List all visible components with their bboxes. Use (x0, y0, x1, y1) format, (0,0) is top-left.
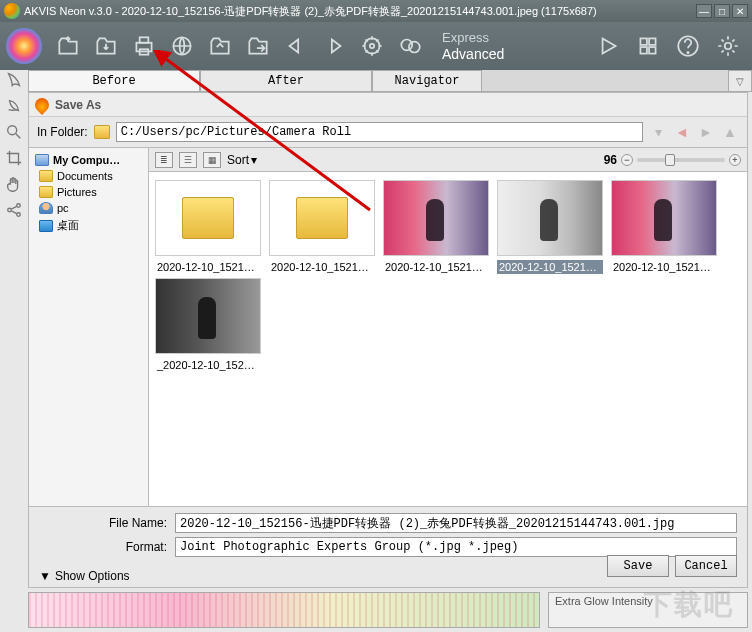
sidebar-item-user[interactable]: pc (31, 200, 146, 216)
file-item[interactable]: 2020-12-10_15215… (497, 180, 603, 274)
window-controls: — □ ✕ (696, 4, 748, 18)
mode-switch[interactable]: Express Advanced (442, 30, 504, 62)
app-swirl-icon (6, 28, 42, 64)
zoom-slider[interactable] (637, 158, 725, 162)
chevron-down-icon: ▾ (251, 153, 257, 167)
prop-extra-glow-label: Extra Glow Intensity (555, 595, 653, 607)
tab-navigator[interactable]: Navigator (372, 70, 482, 91)
play-button[interactable] (590, 28, 626, 64)
maximize-button[interactable]: □ (714, 4, 730, 18)
svg-rect-10 (640, 47, 647, 54)
sidebar-item-pictures[interactable]: Pictures (31, 184, 146, 200)
svg-point-7 (409, 42, 420, 53)
footer: Extra Glow Intensity (28, 592, 748, 628)
view-detail-button[interactable]: ☰ (179, 152, 197, 168)
folder-icon (39, 170, 53, 182)
import-button[interactable] (202, 28, 238, 64)
image-preview (28, 592, 540, 628)
view-icons-button[interactable]: ▦ (203, 152, 221, 168)
open-button[interactable] (50, 28, 86, 64)
app-logo-icon (4, 3, 20, 19)
user-icon (39, 202, 53, 214)
file-item[interactable]: _2020-12-10_1521… (155, 278, 261, 372)
cancel-dialog-button[interactable]: Cancel (675, 555, 737, 577)
zoom-thumb[interactable] (665, 154, 675, 166)
file-name-input[interactable] (175, 513, 737, 533)
run-button[interactable] (354, 28, 390, 64)
publish-button[interactable] (164, 28, 200, 64)
file-thumb (611, 180, 717, 256)
undo-button[interactable] (278, 28, 314, 64)
sidebar-item-desktop[interactable]: 桌面 (31, 216, 146, 235)
pointer-tool-icon[interactable] (4, 70, 24, 90)
file-thumb (155, 180, 261, 256)
svg-point-18 (17, 213, 21, 217)
svg-point-14 (725, 43, 732, 50)
minimize-button[interactable]: — (696, 4, 712, 18)
svg-rect-8 (640, 38, 647, 45)
redo-button[interactable] (316, 28, 352, 64)
help-button[interactable] (670, 28, 706, 64)
file-item[interactable]: 2020-12-10_15215… (611, 180, 717, 274)
save-button[interactable] (88, 28, 124, 64)
crop-tool-icon[interactable] (4, 148, 24, 168)
sort-button[interactable]: Sort▾ (227, 153, 257, 167)
folder-row: In Folder: ▾ ◄ ► ▲ (29, 117, 747, 147)
file-item[interactable]: 2020-12-10_15215… (155, 180, 261, 274)
svg-rect-1 (140, 37, 149, 42)
svg-point-6 (401, 40, 412, 51)
window-title: AKVIS Neon v.3.0 - 2020-12-10_152156-迅捷P… (24, 4, 597, 19)
folder-dropdown-button[interactable]: ▾ (649, 123, 667, 141)
sidebar-item-computer[interactable]: My Compu… (31, 152, 146, 168)
main-toolbar: Express Advanced (0, 22, 752, 70)
places-sidebar: My Compu… Documents Pictures pc 桌面 (29, 148, 149, 506)
chevron-down-icon: ▼ (39, 569, 51, 583)
flame-icon (32, 95, 52, 115)
close-button[interactable]: ✕ (732, 4, 748, 18)
batch-button[interactable] (392, 28, 428, 64)
view-list-button[interactable]: ≣ (155, 152, 173, 168)
svg-point-16 (8, 208, 12, 212)
folder-icon (39, 220, 53, 232)
file-caption: 2020-12-10_15215… (155, 260, 261, 274)
file-item[interactable]: 2020-12-10_15215… (269, 180, 375, 274)
zoom-tool-icon[interactable] (4, 122, 24, 142)
format-input[interactable] (175, 537, 737, 557)
zoom-in-button[interactable]: + (729, 154, 741, 166)
in-folder-input[interactable] (116, 122, 643, 142)
svg-point-13 (687, 52, 688, 53)
smudge-tool-icon[interactable] (4, 96, 24, 116)
nav-fwd-button[interactable]: ► (697, 123, 715, 141)
dialog-title-bar: Save As (29, 93, 747, 117)
settings-button[interactable] (710, 28, 746, 64)
presets-button[interactable] (630, 28, 666, 64)
file-caption: 2020-12-10_15215… (497, 260, 603, 274)
watermark: 下载吧 (644, 586, 734, 624)
mode-express[interactable]: Express (442, 30, 504, 46)
tab-before[interactable]: Before (28, 70, 200, 91)
zoom-out-button[interactable]: − (621, 154, 633, 166)
file-grid[interactable]: 2020-12-10_15215…2020-12-10_15215…2020-1… (149, 172, 747, 506)
share-tool-icon[interactable] (4, 200, 24, 220)
export-button[interactable] (240, 28, 276, 64)
sidebar-item-documents[interactable]: Documents (31, 168, 146, 184)
mode-advanced[interactable]: Advanced (442, 46, 504, 62)
svg-point-15 (8, 126, 17, 135)
print-button[interactable] (126, 28, 162, 64)
save-dialog-button[interactable]: Save (607, 555, 669, 577)
nav-back-button[interactable]: ◄ (673, 123, 691, 141)
computer-icon (35, 154, 49, 166)
files-panel: ≣ ☰ ▦ Sort▾ 96 − + 2020-12-10_15215…2020… (149, 148, 747, 506)
folder-icon (94, 125, 110, 139)
hand-tool-icon[interactable] (4, 174, 24, 194)
tabs-collapse-button[interactable]: ▽ (728, 70, 752, 91)
file-caption: 2020-12-10_15215… (383, 260, 489, 274)
file-item[interactable]: 2020-12-10_15215… (383, 180, 489, 274)
file-thumb (383, 180, 489, 256)
file-thumb (269, 180, 375, 256)
tab-after[interactable]: After (200, 70, 372, 91)
zoom-value: 96 (604, 153, 617, 167)
file-caption: _2020-12-10_1521… (155, 358, 261, 372)
format-label: Format: (39, 540, 167, 554)
nav-up-button[interactable]: ▲ (721, 123, 739, 141)
